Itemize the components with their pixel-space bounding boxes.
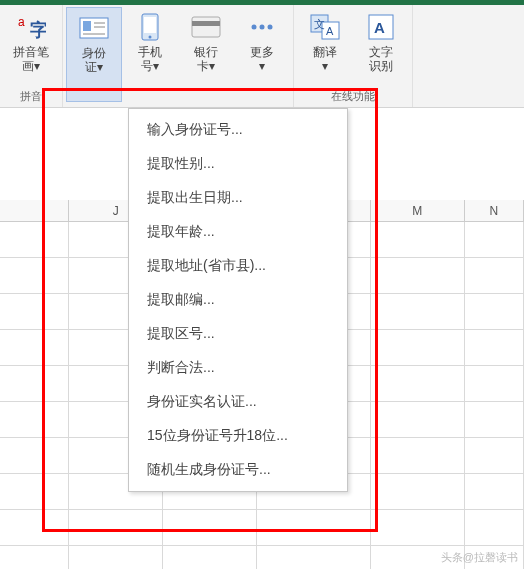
svg-text:A: A (374, 19, 385, 36)
button-label: 文字 识别 (369, 45, 393, 73)
cell[interactable] (465, 294, 524, 329)
translate-icon: 文A (309, 11, 341, 43)
dropdown-item[interactable]: 提取邮编... (129, 283, 347, 317)
ribbon-group-id: 身份 证▾ 手机 号▾ 银行 卡▾ 更多 ▾ (63, 5, 294, 107)
table-row (0, 510, 524, 546)
button-label: 银行 卡▾ (194, 45, 218, 73)
cell[interactable] (257, 510, 371, 545)
dropdown-item[interactable]: 随机生成身份证号... (129, 453, 347, 487)
cell[interactable] (0, 402, 69, 437)
watermark-text: 头条@拉磬读书 (441, 550, 518, 565)
cell[interactable] (0, 330, 69, 365)
pinyin-button[interactable]: a字 拼音笔 画▾ (3, 7, 59, 87)
cell[interactable] (465, 222, 524, 257)
cell[interactable] (371, 402, 465, 437)
button-label: 拼音笔 画▾ (13, 45, 49, 73)
cell[interactable] (0, 438, 69, 473)
cell[interactable] (163, 546, 257, 569)
cell[interactable] (0, 474, 69, 509)
cell[interactable] (0, 294, 69, 329)
dropdown-item[interactable]: 判断合法... (129, 351, 347, 385)
svg-point-12 (252, 25, 257, 30)
cell[interactable] (0, 366, 69, 401)
cell[interactable] (0, 258, 69, 293)
cell[interactable] (465, 510, 524, 545)
svg-point-14 (268, 25, 273, 30)
button-label: 翻译 ▾ (313, 45, 337, 73)
cell[interactable] (69, 510, 163, 545)
phone-button[interactable]: 手机 号▾ (122, 7, 178, 102)
column-header[interactable] (0, 200, 69, 221)
column-header[interactable]: N (465, 200, 524, 221)
ocr-icon: A (365, 11, 397, 43)
group-title: 拼音 (3, 87, 59, 107)
cell[interactable] (371, 366, 465, 401)
more-button[interactable]: 更多 ▾ (234, 7, 290, 102)
cell[interactable] (465, 258, 524, 293)
group-title: 在线功能 (297, 87, 409, 107)
cell[interactable] (371, 222, 465, 257)
svg-text:文: 文 (314, 18, 325, 30)
dropdown-item[interactable]: 提取出生日期... (129, 181, 347, 215)
dropdown-item[interactable]: 提取性别... (129, 147, 347, 181)
id-card-dropdown-menu: 输入身份证号...提取性别...提取出生日期...提取年龄...提取地址(省市县… (128, 108, 348, 492)
cell[interactable] (257, 546, 371, 569)
svg-text:a: a (18, 15, 25, 29)
cell[interactable] (465, 438, 524, 473)
id-card-icon (78, 12, 110, 44)
ribbon-toolbar: a字 拼音笔 画▾ 拼音 身份 证▾ 手机 号▾ (0, 5, 524, 108)
cell[interactable] (371, 330, 465, 365)
cell[interactable] (465, 366, 524, 401)
svg-rect-8 (144, 17, 156, 33)
bank-card-icon (190, 11, 222, 43)
cell[interactable] (163, 510, 257, 545)
dropdown-item[interactable]: 15位身份证号升18位... (129, 419, 347, 453)
svg-point-13 (260, 25, 265, 30)
button-label: 身份 证▾ (82, 46, 106, 74)
pinyin-icon: a字 (15, 11, 47, 43)
dropdown-item[interactable]: 提取年龄... (129, 215, 347, 249)
dropdown-item[interactable]: 提取地址(省市县)... (129, 249, 347, 283)
svg-rect-10 (192, 17, 220, 37)
svg-text:字: 字 (30, 20, 46, 40)
ribbon-group-pinyin: a字 拼音笔 画▾ 拼音 (0, 5, 63, 107)
cell[interactable] (465, 474, 524, 509)
dropdown-item[interactable]: 输入身份证号... (129, 113, 347, 147)
cell[interactable] (0, 510, 69, 545)
cell[interactable] (465, 402, 524, 437)
button-label: 手机 号▾ (138, 45, 162, 73)
svg-rect-11 (192, 21, 220, 26)
ribbon-group-online: 文A 翻译 ▾ A 文字 识别 在线功能 (294, 5, 413, 107)
cell[interactable] (0, 222, 69, 257)
button-label: 更多 ▾ (250, 45, 274, 73)
cell[interactable] (371, 258, 465, 293)
svg-rect-3 (83, 21, 91, 31)
ocr-button[interactable]: A 文字 识别 (353, 7, 409, 87)
cell[interactable] (371, 510, 465, 545)
bank-card-button[interactable]: 银行 卡▾ (178, 7, 234, 102)
column-header[interactable]: M (371, 200, 465, 221)
cell[interactable] (0, 546, 69, 569)
svg-text:A: A (326, 25, 334, 37)
cell[interactable] (371, 294, 465, 329)
dropdown-item[interactable]: 身份证实名认证... (129, 385, 347, 419)
svg-point-9 (149, 36, 152, 39)
cell[interactable] (371, 474, 465, 509)
phone-icon (134, 11, 166, 43)
translate-button[interactable]: 文A 翻译 ▾ (297, 7, 353, 87)
cell[interactable] (371, 438, 465, 473)
cell[interactable] (69, 546, 163, 569)
cell[interactable] (465, 330, 524, 365)
dropdown-item[interactable]: 提取区号... (129, 317, 347, 351)
id-card-button[interactable]: 身份 证▾ (66, 7, 122, 102)
more-icon (246, 11, 278, 43)
group-title (66, 102, 290, 107)
